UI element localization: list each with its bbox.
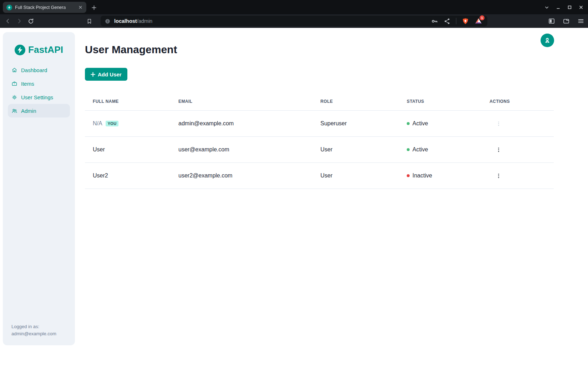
email-cell: admin@example.com — [178, 120, 320, 127]
users-icon — [11, 108, 17, 114]
column-header-role: ROLE — [320, 99, 407, 104]
email-cell: user2@example.com — [178, 172, 320, 179]
fastapi-logo-icon — [15, 45, 25, 55]
actions-cell — [490, 171, 554, 180]
status-dot-inactive — [407, 174, 410, 177]
brave-rewards-icon[interactable]: 1 — [475, 17, 482, 25]
wallet-icon[interactable] — [562, 17, 571, 25]
forward-icon[interactable] — [14, 16, 24, 26]
status-dot-active — [407, 148, 410, 151]
url-host: localhost — [114, 18, 137, 24]
sidebar-item-label: Items — [21, 81, 34, 87]
sidebar-item-admin[interactable]: Admin — [8, 104, 70, 117]
full-name-value: User2 — [93, 172, 108, 179]
window-controls — [541, 0, 587, 14]
actions-cell — [490, 119, 554, 128]
column-header-full-name: FULL NAME — [93, 99, 178, 104]
add-user-button[interactable]: Add User — [85, 68, 127, 81]
table-header-row: FULL NAME EMAIL ROLE STATUS ACTIONS — [85, 92, 554, 111]
add-user-label: Add User — [98, 71, 122, 77]
logged-in-label: Logged in as: — [11, 323, 56, 330]
email-cell: user@example.com — [178, 146, 320, 153]
table-row: N/A YOU admin@example.com Superuser Acti… — [85, 111, 554, 137]
status-cell: Active — [407, 120, 490, 127]
menu-hamburger-icon[interactable] — [577, 17, 585, 25]
url-path: /admin — [137, 18, 153, 24]
logged-in-email: admin@example.com — [11, 330, 56, 337]
page-content: FastAPI Dashboard Items User Settings — [0, 28, 588, 366]
tab-close-icon[interactable] — [77, 4, 83, 11]
table-row: User2 user2@example.com User Inactive — [85, 163, 554, 189]
sidebar-item-label: Admin — [21, 108, 36, 114]
bookmark-icon[interactable] — [84, 16, 94, 26]
role-cell: User — [320, 146, 407, 153]
gear-icon — [11, 94, 17, 100]
status-label: Inactive — [412, 172, 432, 179]
actions-cell — [490, 145, 554, 154]
table-row: User user@example.com User Active — [85, 137, 554, 163]
user-astronaut-icon — [544, 37, 551, 44]
sidebar-item-label: User Settings — [21, 94, 53, 100]
role-cell: Superuser — [320, 120, 407, 127]
column-header-email: EMAIL — [178, 99, 320, 104]
role-cell: User — [320, 172, 407, 179]
rewards-notification-badge: 1 — [480, 15, 485, 20]
sidebar-item-dashboard[interactable]: Dashboard — [8, 63, 70, 77]
key-icon[interactable] — [431, 17, 439, 25]
row-actions-kebab-icon — [494, 119, 503, 128]
window-minimize-icon[interactable] — [552, 1, 564, 13]
logged-in-footer: Logged in as: admin@example.com — [11, 323, 56, 337]
row-actions-kebab-icon[interactable] — [494, 145, 503, 154]
reload-icon[interactable] — [26, 16, 36, 26]
full-name-cell: User — [93, 146, 178, 153]
column-header-actions: ACTIONS — [490, 99, 554, 104]
briefcase-icon — [11, 81, 17, 87]
row-actions-kebab-icon[interactable] — [494, 171, 503, 180]
browser-toolbar: localhost/admin 1 — [0, 14, 588, 28]
users-table: FULL NAME EMAIL ROLE STATUS ACTIONS N/A … — [85, 92, 554, 189]
fastapi-favicon-icon — [6, 5, 12, 10]
sidebar: FastAPI Dashboard Items User Settings — [3, 32, 75, 345]
sidebar-item-user-settings[interactable]: User Settings — [8, 90, 70, 104]
full-name-value: N/A — [93, 120, 102, 127]
status-dot-active — [407, 122, 410, 125]
browser-tab[interactable]: Full Stack Project Genera — [3, 2, 86, 13]
status-label: Active — [412, 120, 428, 127]
page-title: User Management — [85, 44, 177, 56]
window-close-icon[interactable] — [575, 1, 587, 13]
fastapi-logo-text: FastAPI — [28, 44, 63, 55]
url-text: localhost/admin — [114, 18, 152, 24]
you-badge: YOU — [106, 121, 119, 126]
status-cell: Active — [407, 146, 490, 153]
user-menu-button[interactable] — [541, 34, 554, 47]
toolbar-divider — [456, 18, 456, 24]
full-name-value: User — [93, 146, 105, 153]
toolbar-right-icons — [547, 14, 585, 28]
sidebar-menu: Dashboard Items User Settings Admin — [3, 63, 75, 117]
window-maximize-icon[interactable] — [564, 1, 575, 13]
url-trailing-icons: 1 — [431, 17, 482, 25]
tab-title: Full Stack Project Genera — [15, 5, 74, 10]
full-name-cell: N/A YOU — [93, 120, 178, 127]
tab-strip: Full Stack Project Genera — [0, 0, 588, 14]
back-icon[interactable] — [3, 16, 13, 26]
fastapi-logo: FastAPI — [3, 44, 75, 55]
column-header-status: STATUS — [407, 99, 490, 104]
sidebar-item-label: Dashboard — [21, 67, 47, 73]
url-bar[interactable]: localhost/admin 1 — [101, 16, 487, 26]
status-label: Active — [412, 146, 428, 153]
site-info-icon[interactable] — [105, 18, 111, 24]
window-chevron-icon[interactable] — [541, 1, 552, 13]
share-icon[interactable] — [444, 18, 451, 25]
home-icon — [11, 67, 17, 73]
sidebar-panel-icon[interactable] — [547, 17, 556, 25]
sidebar-item-items[interactable]: Items — [8, 77, 70, 90]
brave-shield-icon[interactable] — [462, 17, 469, 25]
new-tab-button[interactable] — [89, 3, 98, 12]
plus-icon — [91, 72, 95, 77]
full-name-cell: User2 — [93, 172, 178, 179]
status-cell: Inactive — [407, 172, 490, 179]
